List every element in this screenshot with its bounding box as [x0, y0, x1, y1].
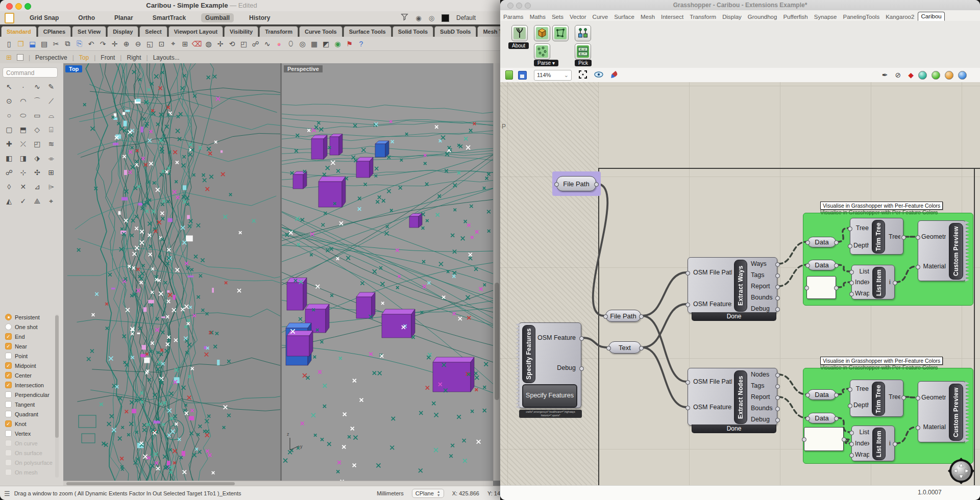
menu-intersect[interactable]: Intersect: [658, 13, 686, 21]
pick-kv-icon[interactable]: K:VK:*: [575, 43, 591, 60]
checkbox-icon[interactable]: ✓: [5, 333, 12, 340]
data-capsule-2[interactable]: Data: [807, 260, 836, 270]
zoom-window-icon[interactable]: ◱: [144, 40, 156, 48]
cplane-dropdown[interactable]: CPlane▲▼: [412, 489, 444, 498]
cylinder-icon[interactable]: ⬯: [285, 39, 297, 48]
mirror-icon[interactable]: ☍: [2, 168, 16, 178]
menu-panelingtools[interactable]: PanelingTools: [841, 13, 883, 21]
component-extract-ways[interactable]: Extract WaysOSM File PathOSM FeaturesWay…: [688, 257, 777, 313]
pan-icon[interactable]: ✛: [109, 40, 120, 48]
osnap-check-vertex[interactable]: Vertex: [0, 429, 60, 438]
viewport-tab-front[interactable]: Front: [101, 54, 115, 61]
color-swatch[interactable]: [442, 14, 449, 22]
menu-caribou[interactable]: Caribou: [918, 12, 944, 21]
triangle-icon[interactable]: ⊿: [30, 183, 44, 192]
diamond-icon[interactable]: ◇: [30, 126, 44, 135]
canvas-compass-widget[interactable]: [947, 457, 975, 485]
osnap-check-point[interactable]: Point: [0, 351, 60, 361]
caribou-about-icon[interactable]: [511, 25, 528, 41]
pin-out[interactable]: [775, 262, 780, 267]
rotate-icon[interactable]: ⟲: [226, 40, 238, 48]
osnap-radio-persistent[interactable]: Persistent: [0, 312, 60, 322]
checkbox-icon[interactable]: ✓: [5, 362, 12, 369]
arc-3pt-icon[interactable]: ⌒: [30, 97, 44, 107]
pin-in[interactable]: [685, 406, 690, 410]
cut-icon[interactable]: ✂: [50, 40, 62, 48]
tab-viewport-layout[interactable]: Viewport Layout: [168, 26, 223, 37]
toolbar-button-gumball[interactable]: Gumball: [201, 13, 234, 22]
scale-icon[interactable]: ◰: [238, 40, 250, 48]
tab-set-view[interactable]: Set View: [72, 26, 106, 37]
viewport-grid-icon[interactable]: ⊞: [6, 54, 12, 61]
point-icon[interactable]: ·: [16, 83, 31, 92]
pin-out[interactable]: [639, 314, 644, 319]
arc-icon[interactable]: ◠: [16, 97, 31, 107]
menu-params[interactable]: Params: [501, 13, 526, 21]
scale-icon[interactable]: ◰: [30, 140, 44, 149]
parse-points-icon[interactable]: [534, 43, 550, 60]
pin-out[interactable]: [834, 263, 839, 268]
copy-icon[interactable]: ⧉: [62, 39, 74, 48]
line-icon[interactable]: ⟋: [44, 97, 59, 107]
pin-in[interactable]: [685, 380, 690, 385]
specify-features-button[interactable]: Specify Features: [522, 384, 577, 408]
zoom-out-icon[interactable]: ⊖: [132, 40, 144, 48]
flag-icon[interactable]: ⚑: [344, 40, 355, 48]
zoom-dropdown[interactable]: 114%⌄: [534, 70, 572, 81]
loft-icon[interactable]: ⟁: [30, 197, 44, 207]
pin-out[interactable]: [834, 416, 839, 421]
menu-groundhog[interactable]: Groundhog: [745, 13, 780, 21]
pin-out[interactable]: [834, 393, 839, 397]
grasshopper-titlebar[interactable]: Grasshopper - Caribou - Extensions Examp…: [500, 0, 980, 11]
menu-pufferfish[interactable]: Pufferfish: [780, 13, 810, 21]
text-capsule[interactable]: Text: [608, 341, 641, 354]
component-list-item[interactable]: List ItemListIndexWrapi: [851, 426, 895, 461]
pin-out[interactable]: [775, 296, 780, 301]
data-capsule-3[interactable]: Data: [807, 389, 836, 400]
command-input[interactable]: Command: [3, 67, 58, 78]
pin-in[interactable]: [805, 393, 810, 397]
ink-pen-icon[interactable]: ✒: [882, 71, 888, 79]
pin-in[interactable]: [603, 314, 608, 319]
pin-out[interactable]: [834, 240, 839, 245]
viewport-label-perspective[interactable]: Perspective: [284, 65, 323, 72]
pin-out[interactable]: [639, 346, 644, 351]
pin-in[interactable]: [916, 235, 920, 240]
menu-surface[interactable]: Surface: [611, 13, 637, 21]
parse-group-label[interactable]: Parse ▾: [534, 60, 558, 66]
curve-icon[interactable]: ∿: [261, 40, 273, 48]
pin-out[interactable]: [775, 418, 780, 422]
pin-out[interactable]: [893, 281, 897, 285]
extrude-icon[interactable]: ⌲: [44, 183, 59, 192]
pin-out[interactable]: [775, 373, 780, 378]
file-path-capsule[interactable]: File Path: [605, 310, 641, 322]
pin-in[interactable]: [849, 453, 854, 458]
pin-in[interactable]: [849, 292, 854, 296]
pin-in[interactable]: [849, 270, 854, 274]
osnap-check-end[interactable]: ✓End: [0, 332, 60, 341]
viewport-single-icon[interactable]: [17, 54, 23, 61]
pin-in[interactable]: [805, 240, 810, 245]
radio-icon[interactable]: [5, 323, 12, 330]
tab-surface-tools[interactable]: Surface Tools: [344, 26, 391, 37]
mirror-icon[interactable]: ☍: [250, 40, 261, 48]
select-arrow-icon[interactable]: ↖: [2, 83, 16, 92]
pin-out[interactable]: [834, 286, 839, 290]
layer-swatch-icon[interactable]: [5, 13, 14, 23]
pin-out[interactable]: [775, 384, 780, 389]
open-folder-icon[interactable]: ❐: [15, 40, 27, 48]
pin-out[interactable]: [775, 273, 780, 278]
pin-in[interactable]: [685, 303, 690, 307]
osnap-check-knot[interactable]: ✓Knot: [0, 419, 60, 429]
parse-graph-icon[interactable]: [552, 25, 569, 41]
grid-icon[interactable]: ⊞: [44, 168, 59, 178]
tab-solid-tools[interactable]: Solid Tools: [393, 26, 433, 37]
rectangle-icon[interactable]: ▭: [30, 111, 44, 121]
osnap-check-perpendicular[interactable]: Perpendicular: [0, 390, 60, 399]
viewport-tab-layouts[interactable]: Layouts...: [153, 54, 180, 61]
menu-sets[interactable]: Sets: [549, 13, 566, 21]
new-file-icon[interactable]: ▯: [3, 40, 15, 48]
osnap-check-quadrant[interactable]: Quadrant: [0, 409, 60, 419]
pin-in[interactable]: [916, 265, 920, 269]
sketch-icon[interactable]: ✎: [44, 83, 59, 92]
